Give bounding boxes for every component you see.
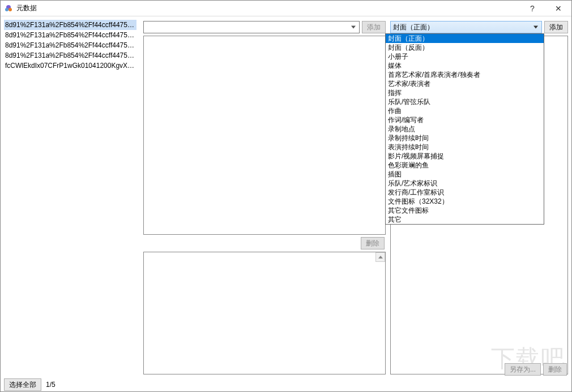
dropdown-item[interactable]: 插图 — [386, 170, 544, 179]
help-button[interactable]: ? — [519, 1, 545, 16]
close-button[interactable]: ✕ — [545, 1, 571, 16]
tag-list-area[interactable] — [143, 36, 386, 235]
file-list-item[interactable]: 8d91%2F131a%2Fb854%2Ff44ccff447573f... — [4, 50, 136, 61]
add-tag-button[interactable]: 添加 — [362, 21, 386, 33]
svg-point-2 — [8, 8, 12, 11]
saveas-button[interactable]: 另存为... — [505, 363, 541, 376]
cover-type-combo[interactable]: 封面（正面） — [390, 21, 542, 33]
dropdown-item[interactable]: 影片/视频屏幕捕捉 — [386, 152, 544, 161]
dropdown-item[interactable]: 作曲 — [386, 106, 544, 115]
file-list-item[interactable]: 8d91%2F131a%2Fb854%2Ff44ccff447573f... — [4, 20, 136, 30]
file-list[interactable]: 8d91%2F131a%2Fb854%2Ff44ccff447573f...8d… — [4, 20, 136, 378]
file-list-item[interactable]: 8d91%2F131a%2Fb854%2Ff44ccff447573f... — [4, 30, 136, 40]
dropdown-item[interactable]: 乐队/管弦乐队 — [386, 97, 544, 106]
cover-type-dropdown[interactable]: 封面（正面）封面（反面）小册子媒体首席艺术家/首席表演者/独奏者艺术家/表演者指… — [385, 33, 544, 225]
dropdown-item[interactable]: 封面（正面） — [386, 34, 544, 43]
file-list-item[interactable]: fcCWlEkdIx07CFrP1wGk01041200KgvX0E0... — [4, 61, 136, 71]
tag-combo-input[interactable] — [143, 21, 360, 33]
dropdown-item[interactable]: 小册子 — [386, 52, 544, 61]
delete-cover-button[interactable]: 删除 — [543, 363, 567, 376]
dropdown-item[interactable]: 录制持续时间 — [386, 133, 544, 143]
chevron-down-icon — [533, 26, 538, 29]
select-all-button[interactable]: 选择全部 — [4, 378, 41, 391]
dropdown-item[interactable]: 其它 — [386, 215, 544, 224]
dropdown-item[interactable]: 文件图标（32X32） — [386, 197, 544, 206]
cover-type-selected: 封面（正面） — [393, 23, 434, 32]
dropdown-item[interactable]: 录制地点 — [386, 124, 544, 133]
add-cover-button[interactable]: 添加 — [544, 21, 568, 33]
dropdown-item[interactable]: 封面（反面） — [386, 43, 544, 52]
delete-tag-button[interactable]: 删除 — [361, 237, 385, 249]
dropdown-item[interactable]: 媒体 — [386, 61, 544, 70]
dropdown-item[interactable]: 其它文件图标 — [386, 206, 544, 215]
dropdown-item[interactable]: 艺术家/表演者 — [386, 79, 544, 88]
dropdown-item[interactable]: 乐队/艺术家标识 — [386, 179, 544, 188]
dropdown-item[interactable]: 发行商/工作室标识 — [386, 188, 544, 197]
center-panel: 添加 删除 — [140, 16, 386, 378]
dropdown-item[interactable]: 首席艺术家/首席表演者/独奏者 — [386, 70, 544, 79]
bottom-bar: 选择全部 1/5 — [1, 378, 571, 391]
dropdown-item[interactable]: 色彩斑斓的鱼 — [386, 161, 544, 170]
dropdown-item[interactable]: 表演持续时间 — [386, 143, 544, 152]
dropdown-item[interactable]: 作词/编写者 — [386, 115, 544, 124]
title-bar: 元数据 ? ✕ — [1, 1, 571, 16]
tag-value-textarea[interactable] — [143, 252, 386, 374]
file-counter: 1/5 — [46, 381, 56, 389]
left-panel: 8d91%2F131a%2Fb854%2Ff44ccff447573f...8d… — [1, 16, 140, 378]
app-icon — [4, 4, 13, 13]
file-list-item[interactable]: 8d91%2F131a%2Fb854%2Ff44ccff447573f... — [4, 40, 136, 50]
scroll-up-icon[interactable] — [375, 252, 385, 262]
window-title: 元数据 — [16, 3, 519, 13]
svg-point-1 — [5, 8, 8, 11]
dropdown-item[interactable]: 指挥 — [386, 88, 544, 97]
